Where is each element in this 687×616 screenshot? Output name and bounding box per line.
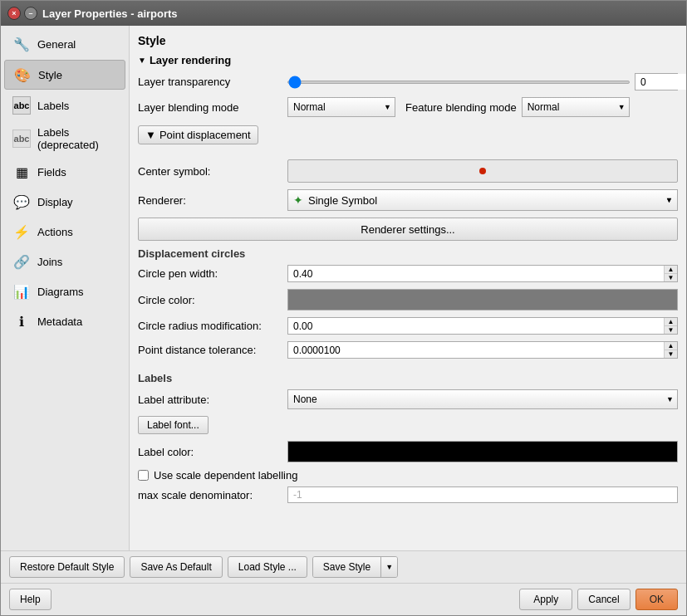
chevron-down-icon: ▼ — [145, 129, 156, 141]
max-scale-label: max scale denominator: — [138, 489, 287, 501]
label-attribute-wrapper: None — [287, 389, 678, 409]
sidebar-item-labels[interactable]: abc Labels — [4, 91, 125, 120]
radius-mod-label: Circle radius modification: — [138, 320, 287, 332]
label-color-swatch[interactable] — [287, 441, 678, 462]
transparency-value[interactable] — [635, 74, 686, 90]
layer-blending-wrapper: Normal — [287, 97, 395, 117]
ok-button[interactable]: OK — [635, 589, 678, 610]
displacement-circles-title: Displacement circles — [138, 247, 678, 260]
sidebar-item-joins[interactable]: 🔗 Joins — [4, 247, 125, 276]
sidebar-item-actions[interactable]: ⚡ Actions — [4, 218, 125, 246]
layer-rendering-header[interactable]: ▼ Layer rendering — [138, 54, 678, 66]
point-displacement-button[interactable]: ▼ Point displacement — [138, 125, 258, 144]
radius-mod-value[interactable] — [288, 318, 664, 334]
save-style-group: Save Style ▼ — [312, 556, 398, 578]
label-color-row: Label color: — [138, 441, 678, 462]
transparency-slider-container: ▲ ▼ — [287, 73, 678, 90]
labels-icon: abc — [12, 96, 31, 115]
labels-deprecated-icon: abc — [12, 130, 31, 148]
label-attribute-label: Label attribute: — [138, 394, 287, 406]
renderer-select[interactable]: ✦ Single Symbol ▼ — [287, 189, 678, 211]
renderer-arrow-icon: ▼ — [665, 196, 673, 204]
radius-mod-up[interactable]: ▲ — [665, 318, 677, 326]
metadata-icon: ℹ — [12, 312, 31, 330]
sidebar-item-fields[interactable]: ▦ Fields — [4, 158, 125, 186]
sidebar-label-joins: Joins — [37, 256, 62, 268]
load-style-button[interactable]: Load Style ... — [228, 556, 307, 578]
titlebar: × – Layer Properties - airports — [1, 1, 686, 26]
center-symbol-row: Center symbol: — [138, 159, 678, 183]
save-as-default-button[interactable]: Save As Default — [130, 556, 222, 578]
distance-tolerance-arrows: ▲ ▼ — [664, 342, 677, 358]
main-panel: Style ▼ Layer rendering Layer transparen… — [130, 26, 686, 550]
sidebar-item-labels-deprecated[interactable]: abc Labels (deprecated) — [4, 121, 125, 156]
layer-rendering-label: Layer rendering — [150, 54, 231, 66]
apply-button[interactable]: Apply — [519, 589, 572, 610]
radius-mod-row: Circle radius modification: ▲ ▼ — [138, 317, 678, 335]
layer-blending-select[interactable]: Normal — [287, 97, 395, 117]
radius-mod-arrows: ▲ ▼ — [664, 318, 677, 334]
displacement-circles-section: Displacement circles Circle pen width: ▲… — [138, 247, 678, 365]
pen-width-value[interactable] — [288, 266, 664, 281]
sidebar-label-style: Style — [38, 69, 62, 81]
label-font-button[interactable]: Label font... — [138, 416, 209, 434]
circle-color-label: Circle color: — [138, 294, 287, 306]
display-icon: 💬 — [12, 193, 31, 211]
point-displacement-label: Point displacement — [159, 129, 251, 141]
sidebar-item-style[interactable]: 🎨 Style — [4, 60, 125, 90]
center-symbol-preview[interactable] — [287, 159, 678, 183]
sidebar-label-labels-deprecated: Labels (deprecated) — [37, 126, 117, 151]
sidebar-label-general: General — [37, 38, 76, 51]
scale-checkbox[interactable] — [138, 470, 149, 481]
distance-tolerance-value[interactable] — [288, 342, 664, 358]
feature-blending-select[interactable]: Normal — [522, 97, 630, 117]
sidebar-label-metadata: Metadata — [37, 315, 82, 328]
circle-color-swatch[interactable] — [287, 289, 678, 310]
feature-blending-wrapper: Normal — [522, 97, 630, 117]
content-area: 🔧 General 🎨 Style abc Labels abc Labels … — [1, 26, 686, 550]
save-style-arrow[interactable]: ▼ — [381, 557, 397, 577]
renderer-icon: ✦ — [293, 193, 303, 207]
sidebar-label-labels: Labels — [37, 100, 69, 112]
label-color-label: Label color: — [138, 446, 287, 458]
sidebar-item-diagrams[interactable]: 📊 Diagrams — [4, 277, 125, 306]
sidebar-label-actions: Actions — [37, 226, 73, 238]
style-icon: 🎨 — [13, 66, 32, 84]
joins-icon: 🔗 — [12, 252, 31, 271]
labels-section: Labels Label attribute: None Label font.… — [138, 372, 678, 510]
radius-mod-spinbox: ▲ ▼ — [287, 317, 678, 335]
radius-mod-down[interactable]: ▼ — [665, 326, 677, 334]
transparency-slider[interactable] — [287, 81, 630, 84]
label-attribute-select[interactable]: None — [287, 389, 678, 409]
sidebar-item-metadata[interactable]: ℹ Metadata — [4, 307, 125, 335]
blending-row: Layer blending mode Normal Feature blend… — [138, 97, 678, 117]
renderer-row: Renderer: ✦ Single Symbol ▼ — [138, 189, 678, 211]
transparency-spinbox: ▲ ▼ — [635, 73, 678, 90]
renderer-value: Single Symbol — [308, 194, 377, 207]
pen-width-up[interactable]: ▲ — [665, 266, 677, 274]
help-button[interactable]: Help — [9, 589, 52, 610]
renderer-settings-button[interactable]: Renderer settings... — [138, 218, 678, 241]
sidebar-item-display[interactable]: 💬 Display — [4, 188, 125, 216]
window-title: Layer Properties - airports — [42, 7, 178, 20]
pen-width-spinbox: ▲ ▼ — [287, 265, 678, 282]
distance-tolerance-label: Point distance tolerance: — [138, 344, 287, 356]
scale-checkbox-label: Use scale dependent labelling — [154, 469, 297, 482]
distance-tolerance-down[interactable]: ▼ — [665, 350, 677, 358]
save-style-button[interactable]: Save Style — [313, 557, 381, 577]
general-icon: 🔧 — [12, 35, 31, 53]
window-controls: × – — [7, 7, 37, 20]
close-button[interactable]: × — [7, 7, 21, 20]
max-scale-input[interactable] — [287, 486, 678, 503]
cancel-button[interactable]: Cancel — [577, 589, 630, 610]
distance-tolerance-up[interactable]: ▲ — [665, 342, 677, 350]
diagrams-icon: 📊 — [12, 282, 31, 301]
pen-width-label: Circle pen width: — [138, 267, 287, 280]
transparency-row: Layer transparency ▲ ▼ — [138, 73, 678, 90]
actions-icon: ⚡ — [12, 222, 31, 241]
feature-blending-label: Feature blending mode — [405, 101, 517, 114]
restore-default-button[interactable]: Restore Default Style — [9, 556, 125, 578]
minimize-button[interactable]: – — [24, 7, 37, 20]
sidebar-item-general[interactable]: 🔧 General — [4, 30, 125, 58]
pen-width-down[interactable]: ▼ — [665, 274, 677, 281]
